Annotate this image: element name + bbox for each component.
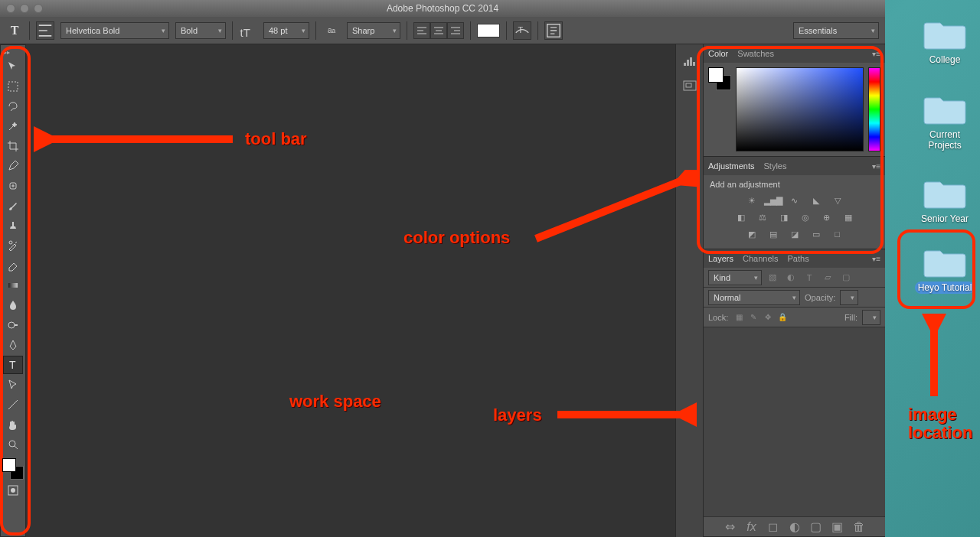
marquee-tool[interactable] bbox=[3, 77, 23, 96]
desktop-folder-heyo-tutorial[interactable]: Heyo Tutorial bbox=[914, 243, 975, 294]
blend-mode-dropdown[interactable]: Normal bbox=[708, 290, 800, 305]
move-tool[interactable] bbox=[3, 57, 23, 76]
layers-list[interactable] bbox=[704, 327, 885, 516]
workspace-switcher[interactable]: Essentials bbox=[793, 22, 879, 39]
color-balance-icon[interactable]: ⚖ bbox=[754, 210, 771, 224]
layers-tab[interactable]: Layers bbox=[708, 251, 733, 266]
layer-group-icon[interactable]: ▢ bbox=[809, 520, 823, 534]
canvas-workspace[interactable] bbox=[26, 44, 675, 537]
desktop-folder-college[interactable]: College bbox=[914, 15, 975, 66]
styles-tab[interactable]: Styles bbox=[764, 158, 787, 174]
zoom-window-button[interactable] bbox=[34, 4, 43, 13]
text-orientation-button[interactable] bbox=[36, 21, 54, 40]
hand-tool[interactable] bbox=[3, 415, 23, 434]
pen-tool[interactable] bbox=[3, 336, 23, 354]
levels-icon[interactable]: ▂▅▇ bbox=[765, 194, 782, 207]
eraser-tool[interactable] bbox=[3, 256, 23, 275]
annotation-color-label: color options bbox=[403, 228, 510, 248]
filter-shape-icon[interactable]: ▱ bbox=[820, 271, 835, 285]
filter-smart-icon[interactable]: ▢ bbox=[838, 271, 854, 285]
clone-stamp-tool[interactable] bbox=[3, 216, 23, 235]
type-tool[interactable]: T bbox=[3, 356, 23, 374]
align-center-button[interactable] bbox=[430, 22, 447, 39]
history-brush-tool[interactable] bbox=[3, 236, 23, 255]
desktop-folder-senior-year[interactable]: Senior Year bbox=[914, 174, 975, 225]
photo-filter-icon[interactable]: ◎ bbox=[797, 210, 814, 224]
layer-fx-icon[interactable]: fx bbox=[745, 520, 759, 534]
exposure-icon[interactable]: ◣ bbox=[808, 194, 825, 207]
font-weight-dropdown[interactable]: Bold bbox=[175, 22, 226, 39]
histogram-panel-icon[interactable] bbox=[680, 52, 700, 70]
invert-icon[interactable]: ◩ bbox=[743, 227, 760, 241]
minimize-window-button[interactable] bbox=[20, 4, 29, 13]
magic-wand-tool[interactable] bbox=[3, 117, 23, 135]
crop-tool[interactable] bbox=[3, 137, 23, 155]
threshold-icon[interactable]: ◪ bbox=[786, 227, 803, 241]
lookup-icon[interactable]: ▦ bbox=[840, 210, 857, 224]
channels-tab[interactable]: Channels bbox=[743, 251, 778, 266]
antialias-dropdown[interactable]: Sharp bbox=[347, 22, 400, 39]
channel-mixer-icon[interactable]: ⊕ bbox=[818, 210, 835, 224]
selective-color-icon[interactable]: □ bbox=[829, 227, 846, 241]
filter-type-icon[interactable]: T bbox=[802, 271, 817, 285]
align-left-button[interactable] bbox=[413, 22, 430, 39]
fill-dropdown[interactable] bbox=[862, 310, 880, 325]
layer-mask-icon[interactable]: ◻ bbox=[766, 520, 780, 534]
align-right-button[interactable] bbox=[447, 22, 464, 39]
type-tool-preset-icon[interactable]: T bbox=[6, 22, 23, 39]
paths-tab[interactable]: Paths bbox=[788, 251, 809, 266]
desktop-folder-current-projects[interactable]: Current Projects bbox=[914, 90, 975, 151]
gradient-tool[interactable] bbox=[3, 276, 23, 295]
dodge-tool[interactable] bbox=[3, 316, 23, 334]
color-panel-fgbg[interactable] bbox=[708, 67, 731, 90]
blur-tool[interactable] bbox=[3, 296, 23, 314]
zoom-tool[interactable] bbox=[3, 435, 23, 454]
adjustments-tab[interactable]: Adjustments bbox=[708, 158, 755, 174]
vibrance-icon[interactable]: ▽ bbox=[829, 194, 846, 207]
text-color-swatch[interactable] bbox=[477, 24, 500, 37]
color-field[interactable] bbox=[736, 67, 864, 151]
line-tool[interactable] bbox=[3, 395, 23, 414]
eyedropper-tool[interactable] bbox=[3, 157, 23, 175]
brightness-icon[interactable]: ☀ bbox=[743, 194, 760, 207]
gradient-map-icon[interactable]: ▭ bbox=[808, 227, 825, 241]
path-selection-tool[interactable] bbox=[3, 376, 23, 394]
panel-menu-icon[interactable]: ▾≡ bbox=[872, 255, 880, 263]
hue-icon[interactable]: ◧ bbox=[733, 210, 750, 224]
titlebar[interactable]: Adobe Photoshop CC 2014 bbox=[0, 0, 885, 17]
foreground-color[interactable] bbox=[2, 458, 16, 472]
quickmask-tool[interactable] bbox=[3, 481, 23, 500]
svg-text:T: T bbox=[9, 359, 16, 371]
warp-text-button[interactable]: T bbox=[513, 21, 531, 40]
healing-brush-tool[interactable] bbox=[3, 177, 23, 195]
foreground-background-swatch[interactable] bbox=[2, 458, 24, 480]
font-size-dropdown[interactable]: 48 pt bbox=[263, 22, 309, 39]
lock-all-icon[interactable]: 🔒 bbox=[776, 311, 789, 324]
toolbar-expand-button[interactable]: ▸▸ bbox=[1, 48, 25, 56]
close-window-button[interactable] bbox=[6, 4, 15, 13]
adjustment-layer-icon[interactable]: ◐ bbox=[788, 520, 802, 534]
swatches-tab[interactable]: Swatches bbox=[737, 46, 774, 61]
panel-menu-icon[interactable]: ▾≡ bbox=[872, 162, 880, 171]
hue-slider[interactable] bbox=[868, 67, 880, 151]
navigator-panel-icon[interactable] bbox=[680, 76, 700, 95]
filter-adjust-icon[interactable]: ◐ bbox=[783, 271, 799, 285]
brush-tool[interactable] bbox=[3, 197, 23, 215]
filter-pixel-icon[interactable]: ▧ bbox=[765, 271, 780, 285]
font-family-dropdown[interactable]: Helvetica Bold bbox=[60, 22, 169, 39]
layer-filter-kind-dropdown[interactable]: Kind bbox=[708, 270, 762, 285]
new-layer-icon[interactable]: ▣ bbox=[831, 520, 844, 534]
curves-icon[interactable]: ∿ bbox=[786, 194, 803, 207]
panel-menu-icon[interactable]: ▾≡ bbox=[872, 50, 880, 58]
link-layers-icon[interactable]: ⇔ bbox=[724, 520, 737, 534]
character-panel-button[interactable] bbox=[544, 21, 563, 40]
posterize-icon[interactable]: ▤ bbox=[765, 227, 782, 241]
color-tab[interactable]: Color bbox=[708, 46, 728, 61]
lasso-tool[interactable] bbox=[3, 97, 23, 116]
lock-position-icon[interactable]: ✥ bbox=[762, 311, 774, 324]
bw-icon[interactable]: ◨ bbox=[776, 210, 792, 224]
opacity-dropdown[interactable] bbox=[840, 290, 858, 305]
lock-transparency-icon[interactable]: ▦ bbox=[733, 311, 745, 324]
lock-image-icon[interactable]: ✎ bbox=[747, 311, 760, 324]
delete-layer-icon[interactable]: 🗑 bbox=[852, 520, 866, 534]
